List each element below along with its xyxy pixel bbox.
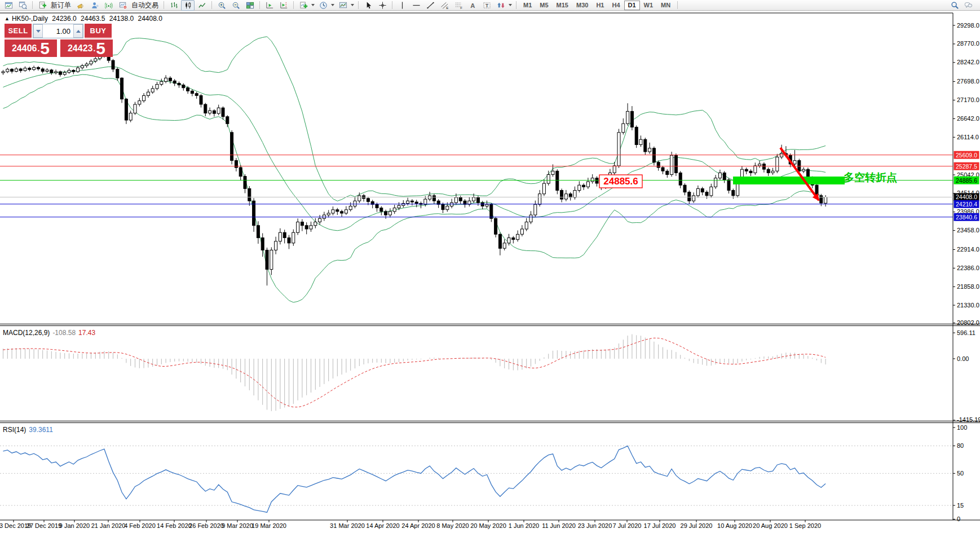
timeframe-W1[interactable]: W1 (640, 1, 657, 10)
svg-text:1 Jun 2020: 1 Jun 2020 (509, 522, 539, 529)
crosshair-icon (378, 1, 387, 10)
periods-button[interactable] (316, 0, 330, 11)
toolbar-separator (32, 1, 33, 9)
chart-title-ohlc: ▲HK50-,Daily 24236.0 24463.5 24138.0 244… (5, 15, 165, 23)
sell-price-display[interactable]: 24406.5 (5, 39, 57, 57)
autotrading-label[interactable]: 自动交易 (131, 1, 158, 10)
candlestick-mode-button[interactable] (181, 0, 195, 11)
toolbar-separator (677, 1, 678, 9)
support-zone-rectangle[interactable] (733, 177, 845, 184)
crosshair-tool-button[interactable] (376, 0, 389, 11)
svg-text:F: F (460, 6, 462, 10)
candlestick-icon (184, 1, 192, 10)
arrows-dropdown-caret[interactable] (509, 4, 512, 6)
trendline-icon (426, 1, 435, 10)
buy-price-display[interactable]: 24423.5 (60, 39, 113, 57)
one-click-trading-panel: SELL 1.00 BUY 24406.5 24423.5 (5, 24, 113, 57)
svg-text:9 Mar 2020: 9 Mar 2020 (222, 522, 253, 529)
chat-button[interactable] (961, 0, 975, 11)
volume-decrease-button[interactable] (33, 24, 43, 38)
news-button[interactable] (74, 0, 87, 11)
rsi-name: RSI(14) (3, 426, 26, 434)
cursor-icon (364, 1, 373, 10)
clock-icon (319, 1, 328, 10)
svg-text:27170.0: 27170.0 (957, 96, 979, 103)
bar-chart-mode-button[interactable] (167, 0, 180, 11)
svg-text:26 Feb 2020: 26 Feb 2020 (189, 522, 224, 529)
new-order-button[interactable] (36, 0, 49, 11)
cursor-tool-button[interactable] (361, 0, 375, 11)
ohlc-open: 24236.0 (52, 15, 76, 23)
note-text[interactable]: 多空转折点 (844, 171, 897, 183)
mql5-community-button[interactable] (88, 0, 101, 11)
svg-text:19 Mar 2020: 19 Mar 2020 (251, 522, 286, 529)
up-arrow-icon (76, 30, 81, 33)
fibonacci-tool-button[interactable]: F (452, 0, 465, 11)
line-chart-mode-button[interactable] (195, 0, 209, 11)
templates-dropdown-caret[interactable] (351, 4, 354, 6)
horizontal-line-tool-button[interactable] (409, 0, 423, 11)
svg-text:24210.4: 24210.4 (956, 201, 977, 208)
timeframe-H4[interactable]: H4 (608, 1, 624, 10)
sell-button[interactable]: SELL (5, 24, 32, 38)
toolbar-separator (259, 1, 260, 9)
profiles-button[interactable] (16, 0, 29, 11)
svg-text:596.11: 596.11 (957, 329, 975, 336)
svg-text:0: 0 (957, 516, 960, 522)
text-tool-button[interactable]: A (466, 0, 479, 11)
svg-text:T: T (485, 2, 488, 8)
indicators-button[interactable] (297, 0, 310, 11)
horizontal-line-icon (412, 1, 421, 10)
timeframe-H1[interactable]: H1 (592, 1, 608, 10)
timeframe-MN[interactable]: MN (657, 1, 674, 10)
signals-button[interactable] (102, 0, 116, 11)
ohlc-low: 24138.0 (109, 15, 134, 23)
periods-dropdown-caret[interactable] (331, 4, 334, 6)
timeframe-M30[interactable]: M30 (572, 1, 592, 10)
volume-increase-button[interactable] (73, 24, 83, 38)
arrows-tool-button[interactable] (494, 0, 507, 11)
search-button[interactable] (948, 0, 961, 11)
auto-scroll-icon (266, 1, 274, 10)
down-arrow-icon (36, 30, 41, 33)
chart-shift-button[interactable] (277, 0, 290, 11)
timeframe-M5[interactable]: M5 (536, 1, 552, 10)
text-label-tool-button[interactable]: T (480, 0, 493, 11)
new-chart-button[interactable] (2, 0, 15, 11)
equidistant-channel-tool-button[interactable]: E (438, 0, 451, 11)
timeframe-M1[interactable]: M1 (519, 1, 536, 10)
zoom-in-button[interactable] (215, 0, 228, 11)
svg-text:20 Aug 2020: 20 Aug 2020 (753, 522, 788, 529)
svg-text:23 Jun 2020: 23 Jun 2020 (578, 522, 612, 529)
svg-text:-1415.19: -1415.19 (957, 416, 980, 423)
timeframe-D1[interactable]: D1 (624, 1, 640, 10)
svg-text:24408.0: 24408.0 (956, 193, 977, 200)
zoom-out-button[interactable] (229, 0, 242, 11)
autotrading-button[interactable] (116, 0, 130, 11)
svg-text:11 Jun 2020: 11 Jun 2020 (542, 522, 576, 529)
macd-indicator-label: MACD(12,26,9)-108.5817.43 (3, 329, 95, 337)
svg-text:25609.0: 25609.0 (956, 152, 977, 158)
volume-input[interactable]: 1.00 (43, 24, 73, 38)
price-display-row: 24406.5 24423.5 (5, 39, 112, 57)
buy-price-dot: . (93, 44, 95, 53)
vertical-line-tool-button[interactable] (395, 0, 409, 11)
price-chart[interactable]: 29298.028770.028242.027698.027170.026642… (0, 11, 980, 533)
new-order-label[interactable]: 新订单 (51, 1, 71, 10)
svg-text:20 May 2020: 20 May 2020 (470, 522, 506, 529)
tile-windows-button[interactable] (243, 0, 257, 11)
zoom-out-icon (232, 1, 240, 10)
chart-shift-icon (280, 1, 288, 10)
arrow-objects-icon (497, 1, 505, 10)
trendline-tool-button[interactable] (423, 0, 437, 11)
buy-button[interactable]: BUY (85, 24, 112, 38)
svg-text:21858.0: 21858.0 (957, 283, 979, 290)
indicators-dropdown-caret[interactable] (311, 4, 315, 6)
templates-button[interactable] (336, 0, 350, 11)
timeframe-M15[interactable]: M15 (553, 1, 572, 10)
auto-scroll-button[interactable] (263, 0, 276, 11)
template-icon (339, 1, 347, 10)
svg-text:9 Jan 2020: 9 Jan 2020 (59, 522, 90, 529)
svg-text:26114.0: 26114.0 (957, 134, 979, 140)
svg-text:24 Apr 2020: 24 Apr 2020 (401, 522, 435, 529)
